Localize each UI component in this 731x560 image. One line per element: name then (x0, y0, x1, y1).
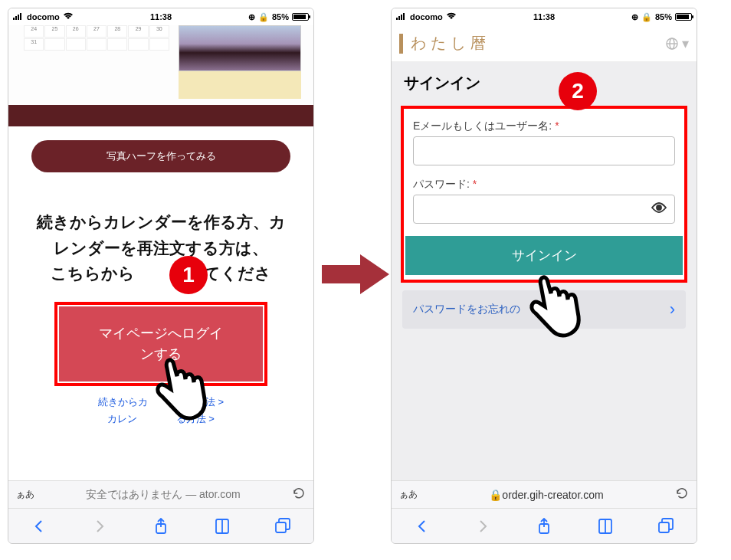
pointer-hand-icon (146, 355, 215, 431)
svg-rect-0 (13, 18, 15, 20)
phone-screenshot-2: docomo 11:38 ⊕ 🔒 85% わたし暦 ▾ (391, 8, 697, 544)
address-bar[interactable]: ぁあ 安全ではありません — ator.com (8, 480, 313, 508)
battery-icon (292, 13, 309, 21)
url-text: 安全ではありません — ator.com (42, 488, 284, 502)
language-selector[interactable]: ▾ (665, 35, 689, 52)
orientation-lock-icon: 🔒 (641, 12, 652, 22)
highlight-box: Eメールもしくはユーザー名: * パスワード: * サインイン (401, 106, 687, 283)
browser-toolbar (392, 508, 697, 543)
alarm-icon: ⊕ (631, 12, 638, 22)
step-badge-2: 2 (559, 72, 597, 110)
signal-icon (396, 12, 407, 21)
signal-icon (13, 12, 24, 21)
battery-icon (675, 13, 692, 21)
share-icon[interactable] (151, 516, 171, 536)
password-field[interactable] (413, 195, 675, 224)
arrow-right-icon (322, 251, 391, 300)
email-label: Eメールもしくはユーザー名: * (413, 120, 675, 133)
chevron-right-icon: › (670, 300, 675, 319)
bookmarks-icon[interactable] (212, 516, 232, 536)
svg-rect-6 (396, 18, 398, 20)
tabs-icon[interactable] (273, 516, 293, 536)
status-bar: docomo 11:38 ⊕ 🔒 85% (392, 8, 697, 25)
wifi-icon (446, 12, 457, 21)
svg-rect-1 (15, 16, 17, 20)
instruction-text: 続きからカレンダーを作る方、カ レンダーを再注文する方は、 こちらから ンしてく… (8, 186, 313, 294)
browser-toolbar (8, 508, 313, 543)
password-label: パスワード: * (413, 178, 675, 192)
svg-rect-8 (401, 15, 402, 20)
phone-screenshot-1: docomo 11:38 ⊕ 🔒 85% 24252627282930 31 (8, 8, 314, 544)
font-size-control[interactable]: ぁあ (16, 488, 34, 501)
svg-rect-2 (18, 15, 19, 20)
page-content: 24252627282930 31 写真ハーフを作ってみる 続きからカレンダーを… (8, 25, 313, 480)
address-bar[interactable]: ぁあ 🔒order.gih-creator.com (392, 480, 697, 508)
svg-rect-3 (20, 13, 21, 20)
url-text: 🔒order.gih-creator.com (425, 489, 667, 501)
svg-rect-14 (659, 522, 669, 532)
battery-pct: 85% (655, 12, 672, 21)
reload-icon[interactable] (675, 486, 689, 503)
page-title: サインイン (392, 62, 697, 101)
decor-bar (8, 105, 313, 126)
carrier-label: docomo (410, 12, 443, 21)
decor-strip (179, 71, 301, 99)
step-badge-1: 1 (169, 256, 208, 294)
status-bar: docomo 11:38 ⊕ 🔒 85% (8, 8, 313, 25)
carrier-label: docomo (27, 12, 60, 21)
font-size-control[interactable]: ぁあ (399, 488, 418, 501)
pointer-hand-icon (520, 272, 589, 349)
signin-button[interactable]: サインイン (405, 236, 683, 275)
svg-point-12 (657, 205, 661, 210)
forward-icon (473, 516, 493, 536)
svg-rect-9 (403, 13, 405, 20)
svg-rect-5 (276, 522, 286, 532)
back-icon[interactable] (29, 516, 49, 536)
page-content: わたし暦 ▾ サインイン Eメールもしくはユーザー名: * パスワード: * (392, 25, 697, 480)
wifi-icon (63, 12, 74, 21)
tabs-icon[interactable] (656, 516, 676, 536)
eye-icon[interactable] (651, 202, 667, 216)
email-field[interactable] (413, 136, 675, 165)
battery-pct: 85% (272, 12, 289, 21)
calendar-thumbnail: 24252627282930 31 (24, 25, 169, 51)
svg-rect-7 (398, 16, 400, 20)
reload-icon[interactable] (292, 486, 306, 503)
orientation-lock-icon: 🔒 (258, 12, 269, 22)
logo-accent (399, 34, 403, 54)
bookmarks-icon[interactable] (595, 516, 615, 536)
photo-thumbnail (179, 25, 301, 71)
try-half-photo-button[interactable]: 写真ハーフを作ってみる (31, 140, 290, 172)
back-icon[interactable] (412, 516, 432, 536)
share-icon[interactable] (534, 516, 554, 536)
chevron-down-icon: ▾ (682, 35, 689, 52)
lock-icon: 🔒 (489, 489, 502, 501)
alarm-icon: ⊕ (248, 12, 255, 22)
site-logo: わたし暦 (411, 33, 490, 54)
forward-icon (90, 516, 110, 536)
